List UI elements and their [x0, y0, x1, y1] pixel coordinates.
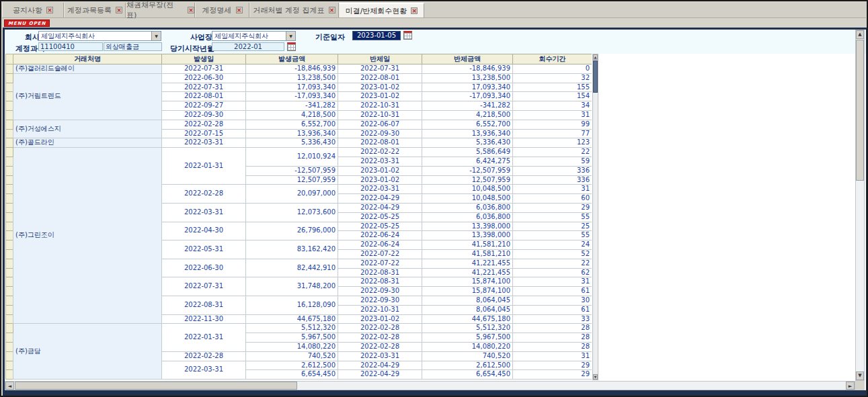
settlement-date-cell[interactable]: 2022-04-29: [338, 203, 422, 212]
settlement-date-cell[interactable]: 2022-08-01: [338, 73, 422, 83]
occurrence-amount-cell[interactable]: 20,097,000: [246, 185, 338, 204]
occurrence-amount-cell[interactable]: 16,128,090: [246, 296, 338, 314]
customer-name-cell[interactable]: (주)갤러리드슬레이: [13, 64, 162, 74]
grid-scroll-thumb[interactable]: [593, 60, 598, 93]
occurrence-date-cell[interactable]: 2022-02-28: [162, 185, 246, 204]
settlement-amount-cell[interactable]: 8,064,045: [422, 296, 513, 305]
settlement-date-cell[interactable]: 2022-08-01: [338, 138, 422, 148]
occurrence-date-cell[interactable]: 2022-01-31: [162, 148, 246, 185]
settlement-date-cell[interactable]: 2022-02-28: [338, 342, 422, 351]
horizontal-scrollbar[interactable]: ◄ ►: [5, 381, 855, 390]
row-selector-cell[interactable]: [6, 212, 13, 222]
occurrence-date-cell[interactable]: 2022-09-30: [162, 110, 246, 120]
occurrence-amount-cell[interactable]: 83,162,420: [246, 240, 338, 259]
row-selector-cell[interactable]: [6, 305, 13, 314]
settlement-date-cell[interactable]: 2022-04-29: [338, 370, 422, 380]
collection-days-cell[interactable]: 31: [513, 277, 592, 287]
header-customer[interactable]: 거래처명: [13, 54, 162, 64]
row-selector-cell[interactable]: [6, 222, 13, 231]
settlement-amount-cell[interactable]: 5,336,430: [422, 138, 513, 148]
settlement-date-cell[interactable]: 2022-05-25: [338, 222, 422, 231]
collection-days-cell[interactable]: 31: [513, 351, 592, 361]
row-selector-cell[interactable]: [6, 240, 13, 250]
settlement-amount-cell[interactable]: 4,218,500: [422, 110, 513, 120]
occurrence-date-cell[interactable]: 2022-06-30: [162, 73, 246, 83]
settlement-date-cell[interactable]: 2022-06-24: [338, 231, 422, 240]
occurrence-date-cell[interactable]: 2022-07-31: [162, 83, 246, 92]
row-selector-cell[interactable]: [6, 120, 13, 129]
settlement-amount-cell[interactable]: 5,586,649: [422, 148, 513, 157]
row-selector-cell[interactable]: [6, 277, 13, 287]
window-scroll-thumb[interactable]: [856, 40, 864, 181]
header-collection-days[interactable]: 회수기간: [513, 54, 592, 64]
collection-days-cell[interactable]: 28: [513, 333, 592, 343]
occurrence-amount-cell[interactable]: 17,093,340: [246, 83, 338, 92]
collection-days-cell[interactable]: 34: [513, 101, 592, 111]
occurrence-amount-cell[interactable]: -12,507,959: [246, 166, 338, 175]
settlement-date-cell[interactable]: 2022-04-29: [338, 361, 422, 370]
settlement-date-cell[interactable]: 2022-06-07: [338, 120, 422, 129]
customer-name-cell[interactable]: (주)그린조이: [13, 148, 162, 324]
scroll-up-icon[interactable]: ▲: [856, 30, 864, 39]
row-selector-cell[interactable]: [6, 110, 13, 120]
tab-close-icon[interactable]: ×: [411, 7, 418, 14]
settlement-amount-cell[interactable]: 6,424,275: [422, 157, 513, 166]
row-selector-cell[interactable]: [6, 73, 13, 83]
collection-days-cell[interactable]: 22: [513, 148, 592, 157]
row-selector-cell[interactable]: [6, 92, 13, 101]
settlement-amount-cell[interactable]: 13,398,000: [422, 222, 513, 231]
row-selector-cell[interactable]: [6, 268, 13, 277]
header-settlement-date[interactable]: 반제일: [338, 54, 422, 64]
occurrence-amount-cell[interactable]: -17,093,340: [246, 92, 338, 101]
settlement-date-cell[interactable]: 2022-02-28: [338, 324, 422, 333]
collection-days-cell[interactable]: 61: [513, 287, 592, 296]
scroll-up-icon[interactable]: ▲: [593, 54, 598, 60]
settlement-amount-cell[interactable]: 41,581,210: [422, 240, 513, 250]
tab-close-icon[interactable]: ×: [116, 7, 122, 13]
settlement-date-cell[interactable]: 2022-03-31: [338, 157, 422, 166]
settlement-date-cell[interactable]: 2022-02-22: [338, 148, 422, 157]
occurrence-date-cell[interactable]: 2022-06-30: [162, 259, 246, 277]
collection-days-cell[interactable]: 99: [513, 120, 592, 129]
settlement-date-cell[interactable]: 2022-07-22: [338, 259, 422, 268]
settlement-amount-cell[interactable]: 15,874,100: [422, 287, 513, 296]
calendar-icon[interactable]: [287, 42, 296, 51]
settlement-date-cell[interactable]: 2022-07-22: [338, 249, 422, 259]
header-occurrence-amount[interactable]: 발생금액: [246, 54, 338, 64]
settlement-date-cell[interactable]: 2022-02-28: [338, 333, 422, 343]
settlement-amount-cell[interactable]: 13,238,500: [422, 73, 513, 83]
row-selector-cell[interactable]: [6, 351, 13, 361]
settlement-amount-cell[interactable]: 6,036,800: [422, 212, 513, 222]
row-selector-cell[interactable]: [6, 148, 13, 157]
settlement-date-cell[interactable]: 2022-03-31: [338, 185, 422, 194]
tab-account-detail[interactable]: 계정명세 ×: [195, 3, 249, 17]
occurrence-amount-cell[interactable]: 5,336,430: [246, 138, 338, 148]
settlement-amount-cell[interactable]: 10,048,500: [422, 185, 513, 194]
collection-days-cell[interactable]: 336: [513, 175, 592, 185]
settlement-date-cell[interactable]: 2022-09-30: [338, 296, 422, 305]
settlement-amount-cell[interactable]: -341,282: [422, 101, 513, 111]
occurrence-amount-cell[interactable]: 12,507,959: [246, 175, 338, 185]
collection-days-cell[interactable]: 29: [513, 370, 592, 380]
period-field[interactable]: 2022-01: [212, 42, 284, 51]
scroll-down-icon[interactable]: ▼: [593, 374, 598, 380]
settlement-amount-cell[interactable]: 14,080,220: [422, 342, 513, 351]
occurrence-date-cell[interactable]: 2022-08-31: [162, 296, 246, 314]
occurrence-date-cell[interactable]: 2022-07-31: [162, 277, 246, 296]
horizontal-scroll-thumb[interactable]: [15, 382, 297, 390]
tab-close-icon[interactable]: ×: [188, 7, 194, 13]
row-selector-cell[interactable]: [6, 287, 13, 296]
settlement-date-cell[interactable]: 2022-05-25: [338, 212, 422, 222]
row-selector-cell[interactable]: [6, 138, 13, 148]
occurrence-amount-cell[interactable]: 44,675,180: [246, 314, 338, 324]
settlement-date-cell[interactable]: 2023-01-02: [338, 92, 422, 101]
customer-name-cell[interactable]: (주)거성에스지: [13, 120, 162, 138]
collection-days-cell[interactable]: 52: [513, 249, 592, 259]
settlement-amount-cell[interactable]: 6,552,700: [422, 120, 513, 129]
settlement-date-cell[interactable]: 2022-04-29: [338, 194, 422, 204]
collection-days-cell[interactable]: 28: [513, 324, 592, 333]
settlement-date-cell[interactable]: 2022-09-30: [338, 129, 422, 138]
settlement-date-cell[interactable]: 2022-08-31: [338, 268, 422, 277]
settlement-date-cell[interactable]: 2022-06-24: [338, 240, 422, 250]
collection-days-cell[interactable]: 29: [513, 361, 592, 370]
